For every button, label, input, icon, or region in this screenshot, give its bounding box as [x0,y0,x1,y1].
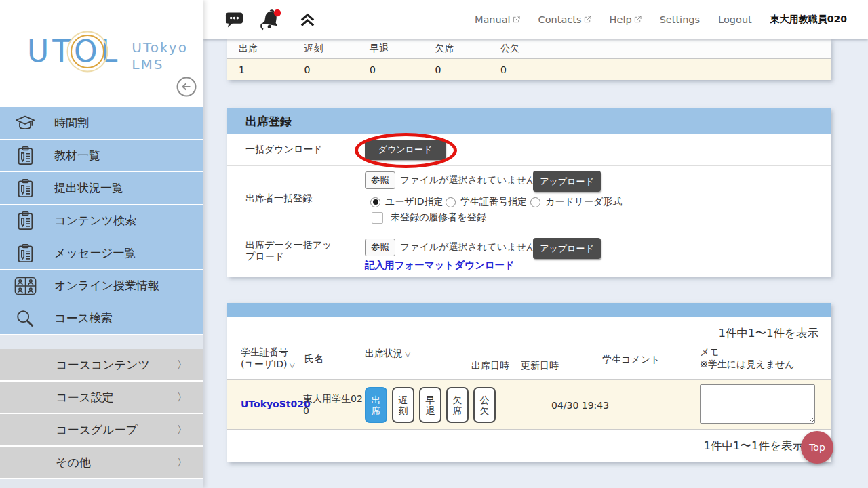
browse-file-button[interactable]: 参照 [365,171,395,189]
sidebar-item-timetable[interactable]: 時間割 [0,107,203,140]
chat-icon [225,11,243,28]
sidebar: UTOL UTokyo LMS [0,0,203,488]
student-name: 東大用学生020 [303,392,363,417]
student-row: UTokyoSt020 東大用学生020 出席 遅刻 早退 欠席 公欠 04/3… [227,380,831,430]
radio-icon [370,197,380,207]
status-button-absent[interactable]: 欠席 [446,387,469,423]
sidebar-item-course-contents[interactable]: コースコンテンツ 〉 [0,349,203,382]
settings-link[interactable]: Settings [660,14,700,25]
radio-student-number[interactable]: 学生証番号指定 [446,196,527,208]
col-header-student-id-sub: (ユーザID)▽ [241,359,295,371]
section-title: 出席登録 [227,108,831,134]
update-time-value: 04/30 19:43 [551,400,609,411]
topbar: Manual Contacts Help Settings [203,0,868,39]
display-count-text-footer: 1件中1〜1件を表示 [704,439,804,453]
contacts-link[interactable]: Contacts [538,14,591,25]
bulk-download-label: 一括ダウンロード [245,144,365,156]
upload-button[interactable]: アップロード [533,238,601,259]
download-button[interactable]: ダウンロード [365,140,446,160]
sidebar-item-others[interactable]: その他 〉 [0,447,203,479]
utol-logo[interactable]: UTOL UTokyo LMS [27,34,188,73]
help-link[interactable]: Help [610,14,642,25]
sidebar-item-materials[interactable]: 教材一覧 [0,140,203,172]
logo-text: UTOL [27,34,121,68]
logo-part1: UT [27,34,74,68]
radio-user-id[interactable]: ユーザID指定 [370,196,443,208]
radio-card-reader[interactable]: カードリーダ形式 [530,196,622,208]
file-select-line: 参照 ファイルが選択されていません。 [365,171,545,189]
scroll-to-top-button[interactable]: Top [801,431,833,464]
sidebar-divider [0,335,203,349]
file-status-text: ファイルが選択されていません。 [400,241,545,253]
sidebar-item-content-search[interactable]: コンテンツ検索 [0,205,203,237]
browse-file-button[interactable]: 参照 [365,239,395,256]
clipboard-icon [14,178,37,199]
col-header-memo: メモ [700,346,719,359]
student-id-link[interactable]: UTokyoSt020 [241,399,311,409]
attendee-bulk-register-label: 出席者一括登録 [245,192,312,205]
summary-value-cell: 0 [358,59,424,80]
register-unregistered-checkbox[interactable]: 未登録の履修者を登録 [372,211,486,224]
attendance-register-section: 出席登録 一括ダウンロード ダウンロード 出席者一括登録 参照 ファイルが選択さ… [227,108,831,277]
attendance-data-upload-row: 出席データ一括アップロード 参照 ファイルが選択されていません。 アップロード … [227,230,831,276]
radio-icon [530,197,540,207]
file-status-text: ファイルが選択されていません。 [400,174,545,186]
status-button-excused[interactable]: 公欠 [473,387,496,423]
bulk-download-row: 一括ダウンロード ダウンロード [227,134,831,166]
format-download-link[interactable]: 記入用フォーマットダウンロード [365,259,515,272]
notifications-button[interactable] [258,7,283,32]
col-header-update-time: 更新日時 [521,360,559,372]
summary-value-cell: 0 [489,59,555,80]
memo-input[interactable] [700,384,815,424]
display-count-text: 1件中1〜1件を表示 [719,326,818,341]
logo-area: UTOL UTokyo LMS [0,0,203,107]
logo-part3: L [101,34,121,68]
col-header-attendance-time: 出席日時 [471,360,509,372]
summary-value-cell: 1 [227,59,293,80]
status-button-early-leave[interactable]: 早退 [419,387,441,423]
sidebar-item-submission-status[interactable]: 提出状況一覧 [0,172,203,205]
status-button-group: 出席 遅刻 早退 欠席 公欠 [365,387,496,423]
logo-part2: O [74,34,101,68]
sort-icon[interactable]: ▽ [290,361,295,369]
sidebar-collapse-button[interactable] [176,76,198,98]
status-button-late[interactable]: 遅刻 [392,387,414,423]
chevron-right-icon: 〉 [177,456,187,469]
sidebar-course-menu: コースコンテンツ 〉 コース設定 〉 コースグループ 〉 その他 〉 [0,349,203,479]
chevron-right-icon: 〉 [177,359,187,371]
sidebar-item-course-settings[interactable]: コース設定 〉 [0,382,203,414]
status-button-present[interactable]: 出席 [365,387,387,423]
collapse-header-button[interactable] [298,11,317,28]
summary-header-cell: 公欠 [489,39,555,58]
chat-button[interactable] [225,11,243,28]
sidebar-item-course-search[interactable]: コース検索 [0,302,203,335]
summary-header-cell: 早退 [358,39,424,58]
manual-link[interactable]: Manual [475,14,520,25]
topbar-links: Manual Contacts Help Settings [475,0,868,39]
sidebar-item-message-list[interactable]: メッセージ一覧 [0,237,203,270]
chevron-right-icon: 〉 [177,424,187,436]
logout-link[interactable]: Logout [718,14,752,25]
summary-header-row: 出席 遅刻 早退 欠席 公欠 [227,39,831,59]
clipboard-icon [14,211,37,231]
summary-header-cell: 出席 [227,39,293,58]
user-name: 東大用教職員020 [770,14,847,26]
external-link-icon [513,16,520,23]
clipboard-icon [14,146,37,166]
upload-button[interactable]: アップロード [533,171,601,192]
sort-icon[interactable]: ▽ [405,350,410,359]
search-icon [14,308,37,329]
logo-subtitle: UTokyo LMS [132,39,188,73]
file-select-line: 参照 ファイルが選択されていません。 [365,239,545,256]
table-footer: 1件中1〜1件を表示 [227,430,831,462]
sidebar-item-online-class-info[interactable]: オンライン授業情報 [0,270,203,302]
sidebar-item-course-group[interactable]: コースグループ 〉 [0,414,203,447]
attendance-data-upload-label: 出席データ一括アップロード [245,239,334,262]
utol-lms-page: UTOL UTokyo LMS [0,0,868,488]
table-header-bar [227,303,831,317]
summary-value-row: 1 0 0 0 0 [227,59,831,80]
collapse-up-icon [298,11,317,28]
col-header-student-id: 学生証番号 [241,346,288,359]
summary-header-cell: 欠席 [424,39,490,58]
sidebar-menu: 時間割 教材一覧 提出状況一覧 [0,107,203,335]
